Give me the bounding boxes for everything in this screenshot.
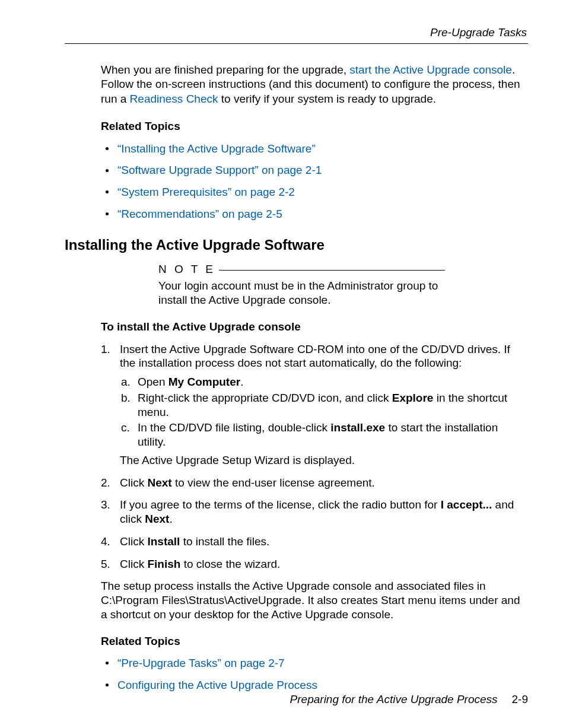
install-body: To install the Active Upgrade console In… (101, 320, 528, 692)
link-start-console[interactable]: start the Active Upgrade console (349, 63, 512, 76)
footer-page-number: 2-9 (512, 693, 528, 705)
link-configuring-process[interactable]: Configuring the Active Upgrade Process (117, 679, 317, 691)
note-rule (219, 270, 445, 271)
step-4: Click Install to install the files. (101, 535, 528, 549)
step-4-pre: Click (120, 535, 147, 548)
link-software-upgrade-support[interactable]: “Software Upgrade Support” on page 2-1 (117, 164, 322, 176)
link-readiness-check[interactable]: Readiness Check (130, 93, 218, 105)
link-recommendations[interactable]: “Recommendations” on page 2-5 (117, 208, 282, 220)
step-1b: Right-click the appropriate CD/DVD icon,… (120, 391, 528, 419)
step-1a-bold: My Computer (168, 376, 240, 388)
list-item: “System Prerequisites” on page 2-2 (101, 185, 528, 199)
step-3-pre: If you agree to the terms of the license… (120, 498, 441, 511)
step-1b-bold: Explore (392, 392, 434, 404)
step-5-bold: Finish (147, 558, 180, 570)
list-item: “Recommendations” on page 2-5 (101, 207, 528, 221)
step-3-bold2: Next (145, 513, 169, 525)
note-block: N O T E Your login account must be in th… (158, 263, 445, 307)
note-label: N O T E (158, 263, 219, 276)
header-rule (65, 43, 528, 44)
step-4-post: to install the files. (180, 535, 269, 548)
related-topics-list-2: “Pre-Upgrade Tasks” on page 2-7 Configur… (101, 656, 528, 692)
step-2-post: to view the end-user license agreement. (172, 476, 375, 489)
related-topics-list-1: “Installing the Active Upgrade Software”… (101, 142, 528, 221)
body-content: When you are finished preparing for the … (101, 63, 528, 221)
step-1a-pre: Open (138, 376, 168, 388)
step-1c: In the CD/DVD file listing, double-click… (120, 421, 528, 449)
note-label-row: N O T E (158, 263, 445, 276)
related-topics-heading-2: Related Topics (101, 635, 528, 648)
closing-paragraph: The setup process installs the Active Up… (101, 579, 528, 621)
list-item: “Installing the Active Upgrade Software” (101, 142, 528, 156)
link-pre-upgrade-tasks[interactable]: “Pre-Upgrade Tasks” on page 2-7 (117, 657, 285, 669)
install-steps: Insert the Active Upgrade Software CD-RO… (101, 342, 528, 571)
list-item: “Pre-Upgrade Tasks” on page 2-7 (101, 656, 528, 670)
step-2: Click Next to view the end-user license … (101, 476, 528, 490)
intro-text-3: to verify if your system is ready to upg… (218, 93, 437, 105)
step-1: Insert the Active Upgrade Software CD-RO… (101, 342, 528, 468)
step-3-post: . (169, 513, 172, 525)
step-2-pre: Click (120, 476, 147, 489)
step-1a-post: . (240, 376, 243, 388)
page: Pre-Upgrade Tasks When you are finished … (0, 0, 566, 728)
related-topics-heading-1: Related Topics (101, 120, 528, 133)
step-4-bold: Install (147, 535, 180, 548)
page-footer: Preparing for the Active Upgrade Process… (290, 693, 528, 707)
list-item: “Software Upgrade Support” on page 2-1 (101, 163, 528, 177)
section-title: Installing the Active Upgrade Software (65, 237, 528, 254)
step-1-substeps: Open My Computer. Right-click the approp… (120, 375, 528, 449)
note-text: Your login account must be in the Admini… (158, 279, 445, 307)
install-heading: To install the Active Upgrade console (101, 320, 528, 334)
step-5: Click Finish to close the wizard. (101, 557, 528, 571)
step-1c-pre: In the CD/DVD file listing, double-click (138, 421, 330, 434)
step-5-pre: Click (120, 558, 147, 570)
intro-text-1: When you are finished preparing for the … (101, 63, 349, 76)
step-1c-bold: install.exe (330, 421, 385, 434)
running-header: Pre-Upgrade Tasks (65, 26, 528, 40)
step-1a: Open My Computer. (120, 375, 528, 389)
step-2-bold: Next (147, 476, 171, 489)
link-system-prerequisites[interactable]: “System Prerequisites” on page 2-2 (117, 186, 295, 198)
step-1-text: Insert the Active Upgrade Software CD-RO… (120, 343, 510, 370)
step-5-post: to close the wizard. (180, 558, 280, 570)
link-installing-software[interactable]: “Installing the Active Upgrade Software” (117, 142, 316, 155)
step-1b-pre: Right-click the appropriate CD/DVD icon,… (138, 392, 392, 404)
list-item: Configuring the Active Upgrade Process (101, 678, 528, 692)
step-3-bold1: I accept... (441, 498, 492, 511)
step-3: If you agree to the terms of the license… (101, 498, 528, 526)
footer-title: Preparing for the Active Upgrade Process (290, 693, 498, 705)
intro-paragraph: When you are finished preparing for the … (101, 63, 528, 107)
step-1-after: The Active Upgrade Setup Wizard is displ… (120, 453, 528, 468)
